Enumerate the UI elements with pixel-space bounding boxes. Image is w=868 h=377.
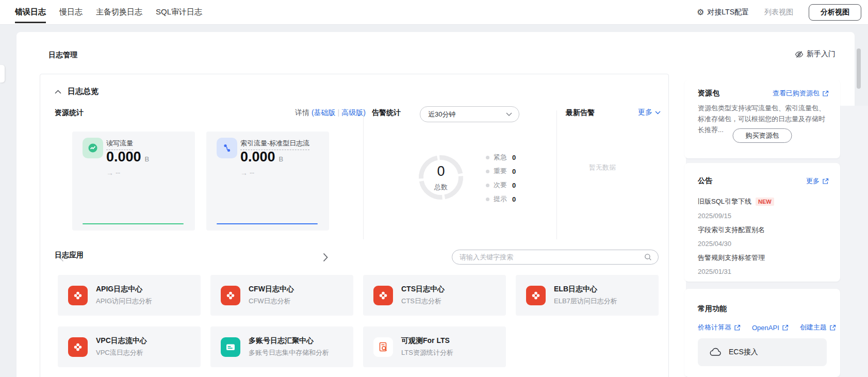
list-view-toggle[interactable]: 列表视图 [764,8,793,17]
app-texts: APIG日志中心 APIG访问日志分析 [96,285,152,306]
app-desc: ELB7层访问日志分析 [554,297,617,306]
advanced-edition-link[interactable]: 高级版) [341,108,366,117]
external-link-icon [829,324,836,331]
overview-collapse-toggle[interactable]: 日志总览 [55,87,99,96]
ecs-access-item[interactable]: ECS接入 [698,338,827,366]
announcement-date: 2025/09/15 [698,212,731,220]
scrollbar-thumb[interactable] [857,48,861,89]
app-search-input[interactable] [460,253,644,261]
stat-card-index-traffic: 索引流量-标准型日志流 0.000 B → -- [206,132,329,231]
legend-value: 0 [512,168,516,175]
tab-sql-audit-log[interactable]: SQL审计日志 [156,0,202,24]
no-data-text: 暂无数据 [564,163,641,172]
lts-config-button[interactable]: ⚙ 对接LTS配置 [697,8,749,17]
detail-links: 详情 (基础版|高级版) [295,108,366,118]
tab-label: 主备切换日志 [96,7,142,17]
stat-value: 0.000 [106,149,141,165]
legend-dot [486,156,489,159]
view-purchased-packages-link[interactable]: 查看已购资源包 [773,89,829,98]
basic-edition-link[interactable]: (基础版 [312,108,336,117]
buy-resource-package-button[interactable]: 购买资源包 [733,128,792,143]
beginner-guide-link[interactable]: 新手入门 [795,50,836,59]
latest-alarms-title: 最新告警 [566,108,595,118]
announcement-date: 2025/04/30 [698,240,731,248]
announcements-more-link[interactable]: 更多 [806,176,829,186]
tab-switchover-log[interactable]: 主备切换日志 [96,0,142,24]
announcement-title: 字段索引支持配置别名 [698,225,765,235]
alarm-stats-title: 告警统计 [372,108,401,118]
app-card-vpc[interactable]: VPC日志流中心 VPC流日志分析 [58,326,201,367]
stat-label[interactable]: 索引流量-标准型日志流 [240,139,309,150]
tab-error-log[interactable]: 错误日志 [15,0,46,24]
app-card-elb[interactable]: ELB日志中心 ELB7层访问日志分析 [516,275,659,316]
link-label: 创建主题 [800,323,827,332]
stat-unit: B [279,155,284,163]
app-card-observability[interactable]: 可观测For LTS LTS资源统计分析 [363,326,506,367]
alarm-total-donut: 0 总数 [417,154,465,201]
chevron-right-icon [323,253,328,262]
stat-trend: → -- [106,169,120,177]
log-type-tabs: 错误日志 慢日志 主备切换日志 SQL审计日志 [15,0,202,24]
log-apps-title: 日志应用 [55,251,84,260]
resource-stats-title: 资源统计 [55,108,84,118]
latest-alarms-more[interactable]: 更多 [638,108,661,117]
chevron-down-icon [506,112,512,116]
tab-slow-log[interactable]: 慢日志 [59,0,83,24]
app-card-multi-account[interactable]: 多账号日志汇聚中心 多账号日志集中存储和分析 [210,326,353,367]
external-link-icon [782,324,789,331]
announcement-item-link[interactable]: 告警规则支持标签管理 [698,253,765,263]
eye-off-icon [795,51,804,58]
more-label: 更多 [638,108,652,117]
app-texts: ELB日志中心 ELB7层访问日志分析 [554,285,617,306]
external-link-icon [822,90,829,97]
page-title: 日志管理 [48,51,77,60]
stat-unit: B [145,155,150,163]
legend-dot [486,170,489,173]
carousel-next-button[interactable] [323,253,328,264]
announcement-item-link[interactable]: 旧版SQL引擎下线 NEW [698,197,774,206]
mini-chart-baseline [217,223,318,224]
tab-label: 错误日志 [15,7,46,17]
log-overview-card: 日志总览 资源统计 详情 (基础版|高级版) 读写流量 [40,74,669,377]
announcements-card: 公告 更多 旧版SQL引擎下线 NEW 2025/09/15 字段索引支持配置别… [684,163,840,282]
traffic-trend-icon [83,138,103,158]
app-card-cts[interactable]: CTS日志中心 CTS日志分析 [363,275,506,316]
legend-row-critical: 紧急 0 [486,153,516,161]
stat-label[interactable]: 读写流量 [106,139,133,150]
app-texts: CFW日志中心 CFW日志分析 [249,285,294,306]
common-functions-title: 常用功能 [698,304,727,314]
legend-dot [486,184,489,187]
legend-value: 0 [512,154,516,161]
clover-icon [68,286,88,305]
app-name: APIG日志中心 [96,285,152,294]
announcement-title: 旧版SQL引擎下线 [698,197,751,206]
alarm-legend: 紧急 0 重要 0 次要 0 提示 0 [486,153,516,203]
analysis-view-button[interactable]: 分析视图 [809,4,861,21]
app-card-apig[interactable]: APIG日志中心 APIG访问日志分析 [58,275,201,316]
legend-dot [486,198,489,201]
gear-icon: ⚙ [697,8,704,17]
doc-search-icon [373,337,393,357]
announcement-item-link[interactable]: 字段索引支持配置别名 [698,225,765,235]
common-functions-card: 常用功能 价格计算器 OpenAPI 创建主题 [684,289,840,377]
beginner-guide-label: 新手入门 [807,50,836,59]
ecs-access-label: ECS接入 [729,348,758,357]
alarm-total-value: 0 [417,163,465,179]
app-texts: CTS日志中心 CTS日志分析 [401,285,445,306]
chevron-down-icon [655,111,661,114]
external-link-icon [822,178,829,185]
app-name: CFW日志中心 [249,285,294,294]
topbar-actions: ⚙ 对接LTS配置 列表视图 分析视图 [697,4,861,21]
app-name: ELB日志中心 [554,285,617,294]
accounts-card-icon [221,337,240,357]
create-topic-link[interactable]: 创建主题 [800,323,836,332]
clover-icon [68,337,88,357]
panel-collapse-handle[interactable] [0,65,5,83]
price-calculator-link[interactable]: 价格计算器 [698,323,741,332]
stat-value-row: 0.000 B [240,149,283,165]
alarm-total-label: 总数 [417,183,465,192]
app-card-cfw[interactable]: CFW日志中心 CFW日志分析 [210,275,353,316]
time-range-select[interactable]: 近30分钟 [420,106,519,122]
openapi-link[interactable]: OpenAPI [752,323,789,332]
lts-dashboard-page: 错误日志 慢日志 主备切换日志 SQL审计日志 ⚙ 对接LTS配置 列表视图 分… [0,0,868,377]
